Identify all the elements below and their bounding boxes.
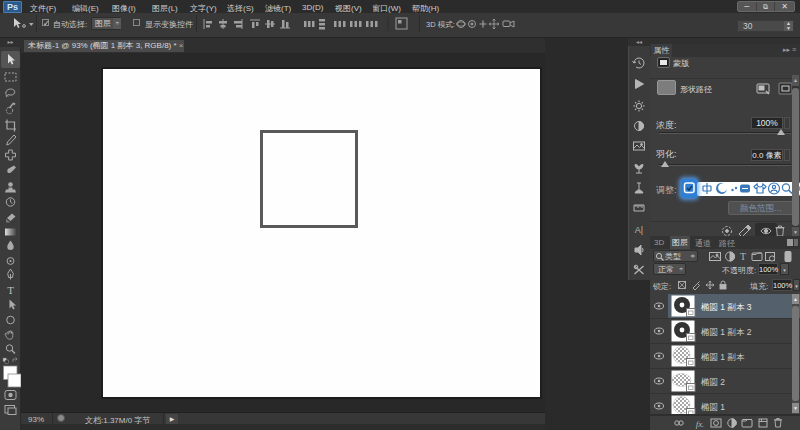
- svg-text:椭圆 1 副本 3: 椭圆 1 副本 3: [700, 302, 752, 312]
- svg-text:fx.: fx.: [696, 419, 705, 429]
- svg-text:椭圆 1: 椭圆 1: [700, 402, 725, 412]
- svg-text:T: T: [7, 284, 14, 296]
- svg-text:椭圆 1 副本: 椭圆 1 副本: [700, 352, 745, 362]
- svg-text:T: T: [740, 251, 746, 262]
- svg-text:椭圆 2: 椭圆 2: [700, 377, 725, 387]
- svg-text:椭圆 1 副本 2: 椭圆 1 副本 2: [700, 327, 752, 337]
- svg-text:A|: A|: [635, 225, 643, 235]
